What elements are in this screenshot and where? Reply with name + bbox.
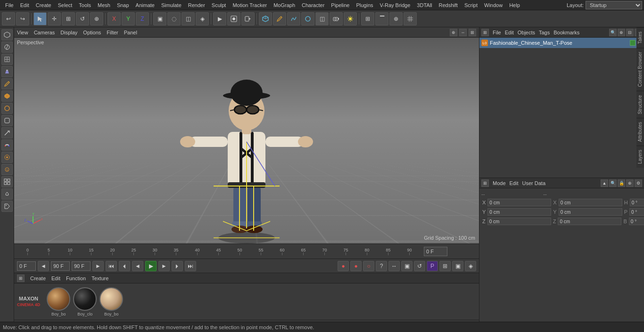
- menu-window[interactable]: Window: [481, 1, 506, 9]
- menu-help[interactable]: Help: [506, 1, 523, 9]
- help-button[interactable]: ?: [376, 261, 387, 271]
- play-button[interactable]: ▶: [145, 261, 157, 271]
- om-menu-objects[interactable]: Objects: [518, 30, 535, 35]
- texture-tool[interactable]: [1, 41, 13, 53]
- mat-menu-function[interactable]: Function: [66, 275, 86, 281]
- start-frame-input[interactable]: [17, 261, 36, 271]
- edges-mode-button[interactable]: ◫: [182, 12, 195, 25]
- am-h-input[interactable]: [630, 199, 644, 206]
- menu-mesh[interactable]: Mesh: [94, 1, 114, 9]
- prev-keyframe-button[interactable]: ◄: [132, 261, 143, 271]
- loop-button[interactable]: ↺: [414, 261, 425, 271]
- prev-arrow-button[interactable]: ◄: [38, 261, 49, 271]
- end-frame-1-input[interactable]: [51, 261, 70, 271]
- viewport-container[interactable]: View Cameras Display Options Filter Pane…: [14, 27, 479, 243]
- points-mode-button[interactable]: ◌: [167, 12, 181, 25]
- deformer-button[interactable]: ◫: [315, 12, 329, 25]
- om-menu-edit[interactable]: Edit: [505, 30, 514, 35]
- vp-icon-1[interactable]: ⊕: [450, 29, 457, 36]
- record-button[interactable]: ●: [338, 261, 349, 271]
- key-button[interactable]: ▣: [401, 261, 413, 271]
- move-tool-button[interactable]: ✛: [48, 12, 61, 25]
- vtab-layers[interactable]: Layers: [636, 146, 644, 168]
- vp-menu-display[interactable]: Display: [60, 30, 77, 35]
- vtab-attributes[interactable]: Attributes: [636, 118, 644, 146]
- select-tool-button[interactable]: [33, 12, 47, 25]
- spline-button[interactable]: [287, 12, 300, 25]
- tag-tool[interactable]: [1, 201, 13, 212]
- layout-select[interactable]: Startup: [586, 1, 642, 9]
- menu-animate[interactable]: Animate: [132, 1, 158, 9]
- model-tool[interactable]: [1, 29, 13, 40]
- am-lock-icon[interactable]: 🔒: [618, 179, 625, 187]
- am-x2-input[interactable]: [559, 199, 622, 206]
- menu-select[interactable]: Select: [55, 1, 76, 9]
- am-y2-input[interactable]: [559, 208, 622, 216]
- material-swatch-1[interactable]: Boy_bo: [47, 287, 70, 316]
- vp-menu-cameras[interactable]: Cameras: [34, 30, 55, 35]
- menu-3dtall[interactable]: 3DTAll: [413, 1, 435, 9]
- render-settings-button[interactable]: [241, 12, 255, 25]
- transform-tool-button[interactable]: ⊕: [90, 12, 103, 25]
- am-b-input[interactable]: [629, 218, 644, 225]
- brush-tool[interactable]: [1, 78, 13, 89]
- z-axis-button[interactable]: Z: [136, 12, 149, 25]
- menu-simulate[interactable]: Simulate: [158, 1, 185, 9]
- vp-icon-3[interactable]: ⊞: [469, 29, 476, 36]
- am-menu-edit[interactable]: Edit: [510, 180, 519, 186]
- material-swatch-2[interactable]: Boy_clo: [73, 287, 97, 316]
- am-z2-input[interactable]: [558, 218, 621, 225]
- menu-vray[interactable]: V-Ray Bridge: [377, 1, 414, 9]
- menu-snap[interactable]: Snap: [114, 1, 132, 9]
- sculpt-tool[interactable]: [1, 188, 13, 200]
- am-x-input[interactable]: [487, 199, 551, 206]
- next-arrow-button[interactable]: ►: [92, 261, 104, 271]
- step-back-button[interactable]: ⏴: [119, 261, 130, 271]
- go-end-button[interactable]: ⏭: [185, 261, 196, 271]
- menu-plugins[interactable]: Plugins: [353, 1, 376, 9]
- polygons-tool[interactable]: [1, 90, 13, 102]
- om-menu-tags[interactable]: Tags: [539, 30, 550, 35]
- vp-menu-options[interactable]: Options: [83, 30, 101, 35]
- preview-button[interactable]: ◈: [465, 261, 476, 271]
- y-axis-button[interactable]: Y: [122, 12, 135, 25]
- menu-sculpt[interactable]: Sculpt: [208, 1, 230, 9]
- rotate-tool-button[interactable]: ↺: [76, 12, 89, 25]
- floor-button[interactable]: ▔: [375, 12, 388, 25]
- am-search2-icon[interactable]: 🔍: [609, 179, 617, 187]
- mat-menu-edit[interactable]: Edit: [51, 275, 60, 281]
- menu-motion-tracker[interactable]: Motion Tracker: [229, 1, 270, 9]
- pen-button[interactable]: [273, 12, 286, 25]
- menu-create[interactable]: Create: [33, 1, 55, 9]
- paint-tool[interactable]: [1, 66, 13, 77]
- scale-tool-button[interactable]: ⊞: [62, 12, 75, 25]
- nurbs-button[interactable]: [301, 12, 314, 25]
- vtab-content-browser[interactable]: Content Browser: [636, 48, 644, 90]
- vp-icon-2[interactable]: ↔: [459, 29, 467, 36]
- clip-button[interactable]: ▣: [452, 261, 463, 271]
- spline-tool2[interactable]: [1, 115, 13, 126]
- menu-character[interactable]: Character: [298, 1, 328, 9]
- timeline-frame-input[interactable]: [424, 247, 447, 256]
- am-arrow-icon[interactable]: ▲: [601, 179, 608, 187]
- polys-mode-button[interactable]: ◈: [196, 12, 209, 25]
- redo-button[interactable]: ↪: [16, 12, 29, 25]
- om-menu-file[interactable]: File: [493, 30, 501, 35]
- record-pos-button[interactable]: ●: [350, 261, 362, 271]
- powerslide-button[interactable]: P: [427, 261, 438, 271]
- snap2-button[interactable]: ⊕: [389, 12, 403, 25]
- grid-button[interactable]: [404, 12, 417, 25]
- x-axis-button[interactable]: X: [107, 12, 121, 25]
- am-expand2-icon[interactable]: ⊕: [626, 179, 634, 187]
- cube-button[interactable]: [259, 12, 272, 25]
- am-menu-mode[interactable]: Mode: [493, 180, 506, 186]
- array-tool[interactable]: [1, 176, 13, 187]
- material-swatch-3[interactable]: Boy_bo: [99, 287, 123, 316]
- om-expand-icon[interactable]: ⊕: [618, 29, 625, 36]
- menu-render[interactable]: Render: [185, 1, 208, 9]
- am-p-input[interactable]: [629, 208, 644, 216]
- menu-script[interactable]: Script: [461, 1, 481, 9]
- record-rot-button[interactable]: ○: [363, 261, 374, 271]
- om-collapse-icon[interactable]: ⊟: [626, 29, 634, 36]
- measure-tool[interactable]: S: [1, 164, 13, 175]
